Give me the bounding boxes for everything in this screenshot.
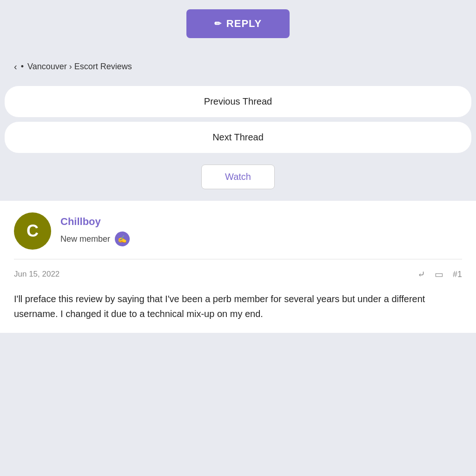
reply-button[interactable]: ✏ REPLY: [186, 9, 290, 38]
avatar: C: [14, 212, 51, 250]
post-date: Jun 15, 2022: [14, 270, 60, 279]
pencil-icon: ✏: [214, 19, 222, 29]
watch-button[interactable]: Watch: [201, 165, 275, 189]
post-content: I'll preface this review by saying that …: [14, 291, 462, 321]
share-icon[interactable]: ⤶: [417, 269, 425, 280]
post-section: C Chillboy New member ✍ Jun 15, 2022 ⤶ ▭…: [0, 201, 476, 333]
nav-buttons: Previous Thread Next Thread: [0, 86, 476, 153]
breadcrumb-dot: •: [21, 62, 24, 72]
back-icon[interactable]: ‹: [14, 61, 17, 72]
breadcrumb-text: Vancouver › Escort Reviews: [27, 62, 132, 72]
author-role-container: New member ✍: [60, 231, 130, 246]
post-meta: Jun 15, 2022 ⤶ ▭ #1: [14, 269, 462, 280]
previous-thread-button[interactable]: Previous Thread: [5, 86, 471, 117]
badge-icon: ✍: [118, 235, 127, 244]
bookmark-icon[interactable]: ▭: [435, 269, 443, 280]
role-badge: ✍: [115, 231, 130, 246]
reply-button-label: REPLY: [226, 18, 262, 30]
next-thread-button[interactable]: Next Thread: [5, 122, 471, 153]
author-name[interactable]: Chillboy: [60, 216, 130, 228]
watch-button-container: Watch: [0, 158, 476, 201]
author-role: New member: [60, 234, 110, 244]
post-actions: ⤶ ▭ #1: [417, 269, 462, 280]
divider: [14, 259, 462, 259]
author-section: C Chillboy New member ✍: [14, 212, 462, 250]
post-number: #1: [453, 270, 462, 279]
breadcrumb[interactable]: ‹ • Vancouver › Escort Reviews: [0, 52, 476, 86]
author-info: Chillboy New member ✍: [60, 216, 130, 246]
